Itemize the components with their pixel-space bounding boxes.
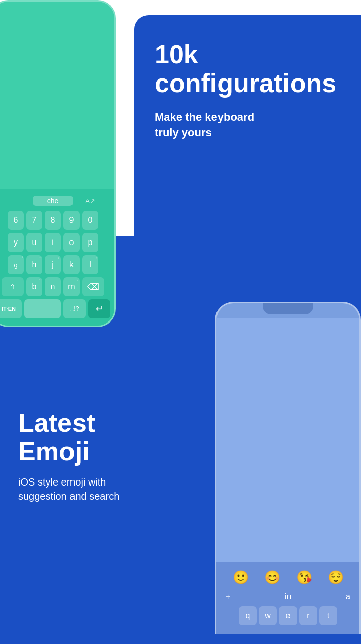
row-yuiop: y u i o p — [0, 233, 111, 252]
key-i[interactable]: i — [45, 233, 61, 252]
row-bnm: ⇧ bᵛ nˡ m? ⌫ — [0, 277, 111, 296]
top-headline: 10k configurations — [155, 40, 341, 98]
key-7[interactable]: 7 — [26, 211, 42, 230]
row-ghjkl: g⁶ h⁻ j+ k⁽ l⁾ — [0, 255, 111, 274]
key-g[interactable]: g⁶ — [8, 255, 24, 274]
key-k[interactable]: k⁽ — [63, 255, 80, 274]
key-l[interactable]: l⁾ — [82, 255, 98, 274]
key-u[interactable]: u — [26, 233, 42, 252]
suggestion-word-active: che — [33, 196, 73, 206]
green-keyboard-phone: che A↗ 6 7 8 9 0 y u i o p — [0, 0, 126, 342]
suggestion-word-3: A↗ — [73, 197, 107, 205]
page-container: 10k configurations Make the keyboard tru… — [0, 0, 361, 644]
suggestion-bar: che A↗ — [0, 193, 111, 211]
emoji-key-w[interactable]: w — [259, 606, 277, 625]
text-suggest-a[interactable]: a — [346, 592, 350, 601]
bottom-subtext: iOS style emoji with suggestion and sear… — [18, 475, 179, 503]
bottom-row: IT·EN .,!? ↵ — [0, 299, 111, 318]
text-suggest-in[interactable]: in — [285, 592, 291, 601]
text-suggest-plus: + — [226, 592, 230, 601]
emoji-3[interactable]: 😘 — [296, 570, 312, 585]
emoji-4[interactable]: 😌 — [328, 570, 344, 585]
backspace-key[interactable]: ⌫ — [82, 277, 104, 296]
bottom-text-content: Latest Emoji iOS style emoji with sugges… — [18, 409, 179, 503]
key-h[interactable]: h⁻ — [26, 255, 42, 274]
number-row: 6 7 8 9 0 — [0, 211, 111, 230]
key-p[interactable]: p — [82, 233, 98, 252]
key-8[interactable]: 8 — [45, 211, 61, 230]
space-key[interactable] — [24, 299, 61, 318]
top-subtext: Make the keyboard truly yours — [155, 110, 341, 141]
key-9[interactable]: 9 — [63, 211, 80, 230]
top-blue-card: 10k configurations Make the keyboard tru… — [134, 15, 361, 262]
emoji-2[interactable]: 😊 — [264, 570, 280, 585]
punct-key[interactable]: .,!? — [63, 299, 86, 318]
emoji-key-q[interactable]: q — [239, 606, 257, 625]
key-n[interactable]: nˡ — [45, 277, 61, 296]
phone-frame-green: che A↗ 6 7 8 9 0 y u i o p — [0, 0, 116, 327]
phone-frame-blue: 🙂 😊 😘 😌 + in a q w e r t — [215, 302, 361, 634]
bottom-headline: Latest Emoji — [18, 409, 179, 466]
key-6[interactable]: 6 — [8, 211, 24, 230]
emoji-suggestion-row: 🙂 😊 😘 😌 — [220, 567, 356, 588]
key-0[interactable]: 0 — [82, 211, 98, 230]
key-b[interactable]: bᵛ — [26, 277, 42, 296]
keyboard-area-green: che A↗ 6 7 8 9 0 y u i o p — [0, 189, 114, 326]
emoji-key-r[interactable]: r — [299, 606, 317, 625]
enter-key[interactable]: ↵ — [88, 299, 110, 318]
key-m[interactable]: m? — [63, 277, 80, 296]
key-y[interactable]: y — [8, 233, 24, 252]
emoji-text-row: + in a — [220, 590, 356, 603]
phone-notch — [263, 303, 313, 314]
language-key[interactable]: IT·EN — [0, 299, 22, 318]
emoji-keyboard-bottom: 🙂 😊 😘 😌 + in a q w e r t — [216, 562, 359, 634]
emoji-keyboard-phone: 🙂 😊 😘 😌 + in a q w e r t — [215, 302, 361, 644]
emoji-key-t[interactable]: t — [319, 606, 337, 625]
key-o[interactable]: o — [63, 233, 80, 252]
key-j[interactable]: j+ — [45, 255, 61, 274]
emoji-key-row-1: q w e r t — [220, 606, 356, 625]
shift-key[interactable]: ⇧ — [2, 277, 24, 296]
emoji-1[interactable]: 🙂 — [233, 570, 249, 585]
emoji-key-e[interactable]: e — [279, 606, 297, 625]
